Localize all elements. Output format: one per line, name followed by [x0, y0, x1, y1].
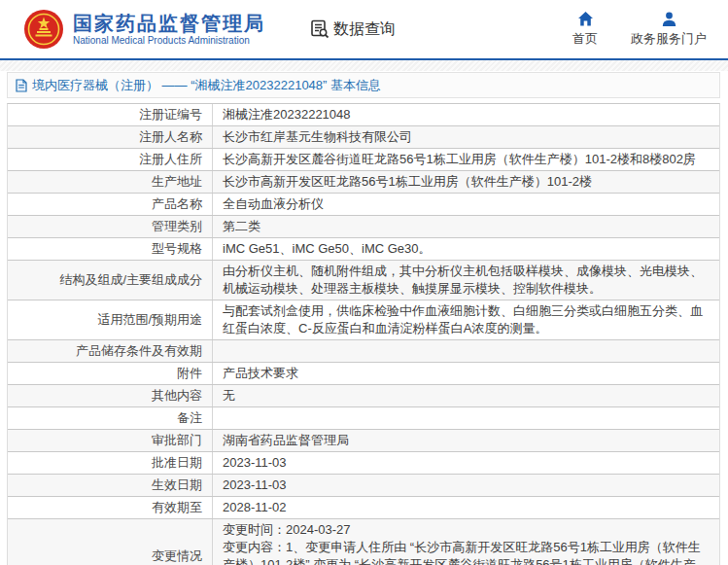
row-label: 备注: [8, 407, 213, 429]
row-value: 第二类: [213, 216, 719, 237]
table-row: 审批部门 湖南省药品监督管理局: [8, 430, 719, 452]
row-value: 由分析仪主机、随机附件组成，其中分析仪主机包括吸样模块、成像模块、光电模块、机械…: [213, 261, 719, 300]
nav-item-label: 首页: [572, 30, 598, 48]
brand-text: 国家药品监督管理局 National Medical Products Admi…: [73, 13, 265, 47]
row-label: 审批部门: [8, 430, 213, 451]
registration-info-table: 注册证编号 湘械注准20232221048 注册人名称 长沙市红岸基元生物科技有…: [7, 103, 720, 565]
row-label: 其他内容: [8, 385, 213, 406]
table-row: 变更情况 变更时间：2024-03-27 变更内容：1、变更申请人住所由 “长沙…: [8, 519, 719, 565]
row-value: [213, 340, 719, 362]
row-value: iMC Ge51、iMC Ge50、iMC Ge30。: [213, 238, 719, 260]
nav-item-portal[interactable]: 政务服务门户: [631, 11, 707, 48]
table-row: 批准日期 2023-11-03: [8, 452, 719, 475]
row-value: 湖南省药品监督管理局: [213, 430, 719, 451]
brand: 国家药品监督管理局 National Medical Products Admi…: [23, 9, 265, 50]
row-label: 管理类别: [8, 216, 213, 237]
row-value: 长沙市高新开发区旺龙路56号1栋工业用房（软件生产楼）101-2楼: [213, 171, 719, 193]
home-icon: [577, 11, 594, 27]
row-value: 2023-11-03: [213, 475, 719, 496]
document-search-icon: [310, 19, 329, 39]
row-label: 产品储存条件及有效期: [8, 340, 213, 362]
table-row: 注册证编号 湘械注准20232221048: [8, 104, 719, 126]
nav-item-label: 政务服务门户: [631, 30, 707, 48]
row-value-change-history: 变更时间：2024-03-27 变更内容：1、变更申请人住所由 “长沙市高新开发…: [213, 519, 719, 565]
table-row: 产品储存条件及有效期: [8, 340, 719, 363]
table-row: 生效日期 2023-11-03: [8, 475, 719, 497]
row-value: 产品技术要求: [213, 363, 719, 384]
row-label: 型号规格: [8, 238, 213, 260]
table-row: 生产地址 长沙市高新开发区旺龙路56号1栋工业用房（软件生产楼）101-2楼: [8, 171, 719, 194]
row-value: 全自动血液分析仪: [213, 194, 719, 215]
header-nav: 首页 政务服务门户: [569, 11, 707, 48]
texture-divider: [0, 60, 728, 71]
table-row: 产品名称 全自动血液分析仪: [8, 194, 719, 216]
row-value: 长沙高新开发区麓谷街道旺龙路56号1栋工业用房（软件生产楼）101-2楼和8楼8…: [213, 149, 719, 170]
data-query-nav[interactable]: 数据查询: [310, 19, 396, 40]
row-label: 注册证编号: [8, 104, 213, 125]
row-label: 批准日期: [8, 452, 213, 474]
row-value: 湘械注准20232221048: [213, 104, 719, 125]
row-value: 2028-11-02: [213, 497, 719, 518]
table-row: 型号规格 iMC Ge51、iMC Ge50、iMC Ge30。: [8, 238, 719, 261]
row-value: 2023-11-03: [213, 452, 719, 474]
table-row: 适用范围/预期用途 与配套试剂盒使用，供临床检验中作血液细胞计数、白细胞三分类或…: [8, 300, 719, 340]
row-label: 适用范围/预期用途: [8, 300, 213, 339]
row-value: [213, 407, 719, 429]
row-label: 注册人住所: [8, 149, 213, 170]
row-label: 变更情况: [8, 519, 213, 565]
user-icon: [661, 11, 677, 27]
table-row: 其他内容 无: [8, 385, 719, 407]
data-query-label: 数据查询: [333, 19, 396, 40]
table-row: 管理类别 第二类: [8, 216, 719, 238]
table-row: 注册人名称 长沙市红岸基元生物科技有限公司: [8, 126, 719, 149]
row-label: 注册人名称: [8, 126, 213, 148]
site-title: 国家药品监督管理局: [73, 13, 265, 34]
site-subtitle: National Medical Products Administration: [73, 35, 265, 47]
header: 国家药品监督管理局 National Medical Products Admi…: [0, 0, 728, 60]
nav-item-home[interactable]: 首页: [569, 11, 602, 48]
row-value: 与配套试剂盒使用，供临床检验中作血液细胞计数、白细胞三分类或白细胞五分类、血红蛋…: [213, 300, 719, 339]
document-icon: [16, 79, 27, 92]
table-row: 附件 产品技术要求: [8, 363, 719, 385]
breadcrumb: 境内医疗器械（注册） —— “湘械注准20232221048” 基本信息: [7, 72, 720, 98]
table-row: 有效期至 2028-11-02: [8, 497, 719, 519]
row-label: 结构及组成/主要组成成分: [8, 261, 213, 300]
row-value: 长沙市红岸基元生物科技有限公司: [213, 126, 719, 148]
row-label: 产品名称: [8, 194, 213, 215]
table-row: 注册人住所 长沙高新开发区麓谷街道旺龙路56号1栋工业用房（软件生产楼）101-…: [8, 149, 719, 171]
table-row: 结构及组成/主要组成成分 由分析仪主机、随机附件组成，其中分析仪主机包括吸样模块…: [8, 261, 719, 300]
row-label: 附件: [8, 363, 213, 384]
row-label: 有效期至: [8, 497, 213, 518]
row-value: 无: [213, 385, 719, 406]
table-row: 备注: [8, 407, 719, 430]
row-label: 生产地址: [8, 171, 213, 193]
row-label: 生效日期: [8, 475, 213, 496]
national-emblem-logo: [23, 9, 64, 50]
breadcrumb-text: 境内医疗器械（注册） —— “湘械注准20232221048” 基本信息: [32, 77, 381, 94]
